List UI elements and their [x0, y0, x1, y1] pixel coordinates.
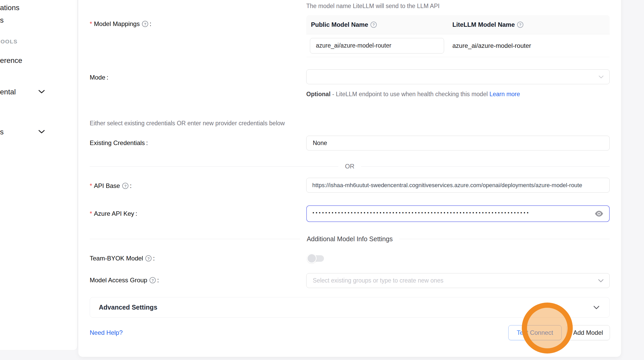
model-mappings-label: * Model Mappings ? :: [90, 20, 151, 28]
mode-label: Mode :: [90, 74, 108, 81]
sidebar-item-erence[interactable]: erence: [0, 56, 22, 65]
divider-title: Additional Model Info Settings: [307, 235, 393, 243]
api-base-label: * API Base ? :: [90, 182, 132, 190]
chevron-down-icon[interactable]: [38, 90, 45, 94]
sidebar-item-s-1[interactable]: s: [0, 16, 4, 24]
eye-icon[interactable]: [595, 210, 603, 217]
select-placeholder: Select existing groups or type to create…: [313, 277, 443, 284]
model-name-hint: The model name LiteLLM will send to the …: [306, 3, 440, 10]
litellm-model-name-value: azure_ai/azure-model-router: [452, 42, 531, 49]
sidebar-item-label: s: [0, 128, 4, 136]
divider-line: [399, 239, 610, 239]
azure-api-key-label: * Azure API Key :: [90, 210, 137, 218]
azure-api-key-input[interactable]: ••••••••••••••••••••••••••••••••••••••••…: [306, 205, 610, 222]
label-text: Mode: [90, 74, 105, 81]
label-text: Team-BYOK Model: [90, 255, 143, 262]
model-access-group-label: Model Access Group ? :: [90, 276, 159, 284]
team-byok-toggle[interactable]: [307, 253, 324, 263]
existing-credentials-label: Existing Credentials :: [90, 139, 148, 147]
label-colon: :: [146, 139, 148, 147]
label-colon: :: [130, 182, 132, 189]
help-icon[interactable]: ?: [370, 22, 377, 28]
hint-text: - LiteLLM endpoint to use when health ch…: [330, 91, 489, 97]
label-text: Existing Credentials: [90, 139, 145, 147]
label-colon: :: [149, 20, 151, 28]
button-label: Test Connect: [517, 329, 553, 336]
sidebar-item-s-2[interactable]: s: [0, 128, 4, 136]
add-model-screen: ations s OOLS erence ental s The model n…: [0, 0, 644, 360]
mode-hint: Optional - LiteLLM endpoint to use when …: [306, 89, 526, 100]
required-marker: *: [90, 20, 92, 28]
header-text: LiteLLM Model Name: [452, 21, 515, 28]
label-text: Model Access Group: [90, 277, 147, 284]
team-byok-label: Team-BYOK Model ? :: [90, 254, 155, 262]
model-mappings-table: Public Model Name ? LiteLLM Model Name ?…: [306, 15, 610, 57]
chevron-down-icon: [593, 306, 600, 309]
header-text: Public Model Name: [311, 21, 368, 28]
chevron-down-icon: [599, 75, 604, 78]
sidebar-item-ations[interactable]: ations: [0, 4, 19, 12]
add-model-button[interactable]: Add Model: [566, 325, 610, 340]
table-row: azure_ai/azure-model-router azure_ai/azu…: [306, 34, 610, 57]
label-text: Model Mappings: [94, 20, 140, 28]
need-help-link[interactable]: Need Help?: [90, 329, 123, 336]
masked-password-value: ••••••••••••••••••••••••••••••••••••••••…: [313, 210, 595, 216]
mode-select[interactable]: [306, 69, 610, 84]
chevron-down-icon: [598, 279, 604, 282]
sidebar-item-label: erence: [0, 56, 22, 65]
label-colon: :: [107, 74, 108, 81]
model-access-group-select[interactable]: Select existing groups or type to create…: [306, 273, 610, 288]
required-marker: *: [90, 182, 92, 189]
select-value: None: [313, 140, 327, 147]
label-colon: :: [157, 277, 159, 284]
api-base-input[interactable]: https://ishaa-mh6uutut-swedencentral.cog…: [306, 178, 610, 193]
help-icon[interactable]: ?: [142, 21, 148, 27]
sidebar-item-label: ations: [0, 4, 19, 12]
advanced-settings-panel[interactable]: Advanced Settings: [90, 297, 610, 318]
or-divider: OR: [90, 163, 610, 170]
sidebar-item-label: s: [0, 16, 4, 24]
or-text: OR: [345, 163, 354, 170]
learn-more-link[interactable]: Learn more: [489, 91, 520, 97]
additional-info-divider: Additional Model Info Settings: [90, 235, 610, 242]
table-header-row: Public Model Name ? LiteLLM Model Name ?: [306, 15, 610, 34]
advanced-settings-title: Advanced Settings: [99, 304, 157, 311]
required-marker: *: [90, 210, 92, 217]
input-value: azure_ai/azure-model-router: [316, 42, 391, 49]
sidebar-section-tools: OOLS: [1, 38, 18, 45]
toggle-knob: [307, 253, 317, 263]
label-colon: :: [135, 210, 137, 217]
help-icon[interactable]: ?: [149, 277, 156, 283]
label-text: API Base: [94, 182, 120, 189]
sidebar-section-label: OOLS: [1, 38, 18, 44]
credentials-note: Either select existing credentials OR en…: [90, 120, 285, 127]
public-model-name-input[interactable]: azure_ai/azure-model-router: [310, 38, 444, 54]
public-model-name-header: Public Model Name ?: [306, 21, 452, 28]
label-text: Azure API Key: [94, 210, 134, 217]
divider-line: [90, 239, 300, 239]
sidebar: [0, 0, 77, 350]
hint-bold-text: Optional: [306, 91, 330, 97]
divider-line: [361, 166, 610, 167]
label-colon: :: [153, 255, 155, 262]
test-connect-button[interactable]: Test Connect: [508, 325, 562, 340]
help-icon[interactable]: ?: [145, 255, 152, 261]
divider-line: [90, 166, 338, 167]
help-icon[interactable]: ?: [122, 183, 128, 189]
sidebar-item-ental[interactable]: ental: [0, 88, 16, 96]
chevron-down-icon[interactable]: [38, 130, 45, 134]
litellm-model-name-header: LiteLLM Model Name ?: [452, 21, 523, 28]
existing-credentials-select[interactable]: None: [306, 136, 610, 150]
help-icon[interactable]: ?: [517, 22, 523, 28]
button-label: Add Model: [573, 329, 603, 336]
input-value: https://ishaa-mh6uutut-swedencentral.cog…: [312, 182, 582, 189]
sidebar-item-label: ental: [0, 88, 16, 96]
